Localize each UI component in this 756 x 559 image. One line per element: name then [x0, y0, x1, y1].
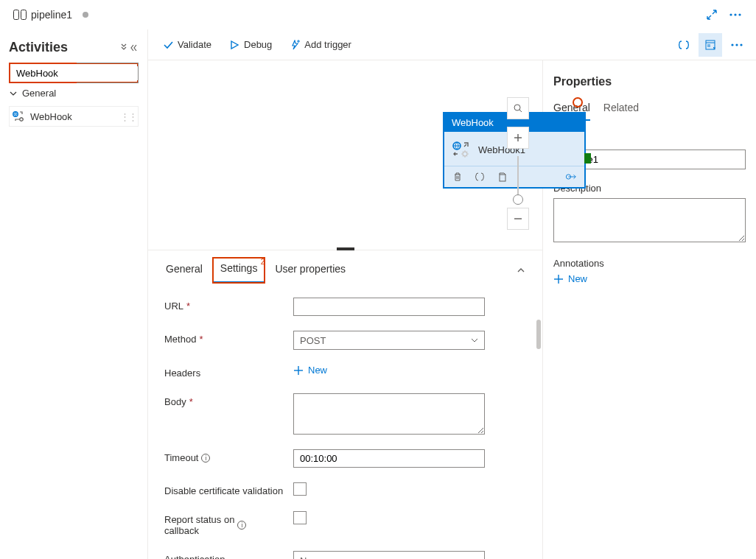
more-actions-icon[interactable] — [724, 9, 747, 21]
svg-point-19 — [463, 152, 467, 156]
timeout-label: Timeout i — [164, 449, 293, 463]
info-icon[interactable]: i — [237, 521, 246, 530]
chevron-down-icon — [9, 89, 18, 98]
method-value: POST — [300, 335, 326, 346]
svg-point-15 — [731, 43, 733, 46]
tab-settings[interactable]: Settings 2 — [213, 258, 265, 283]
panel-collapse-icon[interactable] — [510, 262, 532, 278]
pipeline-toolbar: Validate Debug Add trigger — [148, 29, 756, 60]
collapse-panel-icon[interactable] — [130, 43, 139, 52]
debug-label: Debug — [244, 39, 272, 50]
delete-node-icon[interactable] — [452, 171, 463, 183]
url-label: URL * — [164, 298, 293, 312]
report-status-checkbox[interactable] — [293, 511, 307, 524]
method-select[interactable]: POST — [293, 331, 485, 350]
authentication-value: None — [300, 555, 323, 560]
activities-heading-label: Activities — [9, 40, 68, 55]
authentication-label: Authentication — [164, 551, 293, 559]
headers-label: Headers — [164, 365, 293, 379]
properties-toggle-button[interactable] — [699, 33, 722, 57]
svg-point-2 — [729, 13, 732, 15]
add-header-button[interactable]: New — [293, 365, 327, 376]
authentication-select[interactable]: None — [293, 551, 485, 559]
body-input[interactable] — [293, 393, 485, 435]
pipeline-icon — [13, 10, 27, 20]
svg-point-8 — [20, 118, 23, 121]
more-toolbar-icon[interactable] — [725, 33, 749, 57]
activity-item-label: WebHook — [30, 111, 72, 122]
zoom-in-button[interactable] — [507, 127, 529, 149]
chevron-down-icon — [471, 337, 478, 344]
prop-annotations-label: Annotations — [553, 258, 746, 269]
activities-heading: Activities — [9, 40, 139, 55]
svg-rect-1 — [21, 10, 27, 20]
add-annotation-button[interactable]: New — [553, 273, 746, 284]
activities-category-general[interactable]: General — [9, 83, 139, 103]
add-annotation-label: New — [568, 273, 587, 284]
collapse-all-icon[interactable] — [119, 43, 128, 52]
activity-settings-panel: General Settings 2 User properties — [148, 250, 542, 559]
debug-button[interactable]: Debug — [222, 36, 279, 53]
expand-icon[interactable] — [700, 4, 724, 25]
disable-cert-checkbox[interactable] — [293, 482, 307, 496]
add-trigger-button[interactable]: Add trigger — [282, 36, 359, 53]
category-label: General — [22, 88, 56, 99]
validate-label: Validate — [178, 39, 211, 50]
svg-rect-0 — [14, 10, 19, 20]
body-label: Body * — [164, 393, 293, 407]
zoom-out-button[interactable] — [507, 208, 529, 230]
svg-point-16 — [735, 43, 738, 46]
panel-resize-handle[interactable] — [337, 247, 354, 250]
success-port[interactable] — [584, 153, 591, 164]
tab-user-properties[interactable]: User properties — [267, 259, 353, 282]
svg-line-24 — [519, 110, 522, 112]
webhook-node-icon — [452, 141, 471, 158]
activity-item-webhook[interactable]: WebHook ⋮⋮ — [9, 106, 139, 127]
add-trigger-label: Add trigger — [304, 39, 351, 50]
svg-point-23 — [514, 105, 520, 110]
webhook-activity-icon — [11, 110, 24, 123]
json-view-button[interactable] — [672, 33, 696, 57]
node-json-icon[interactable] — [474, 171, 486, 183]
prop-desc-input[interactable] — [553, 198, 746, 242]
add-header-label: New — [308, 365, 327, 376]
drag-grip-icon: ⋮⋮ — [120, 111, 136, 122]
pipeline-tab[interactable]: pipeline1 — [9, 9, 93, 21]
svg-rect-20 — [500, 175, 505, 181]
zoom-slider[interactable] — [517, 156, 519, 200]
activity-tabs: General Settings 2 User properties — [148, 250, 542, 283]
zoom-slider-thumb[interactable] — [513, 194, 523, 205]
report-status-label: Report status oncallback i — [164, 511, 293, 536]
validation-error-icon — [573, 97, 583, 108]
zoom-fit-button[interactable] — [507, 97, 529, 119]
tab-general[interactable]: General — [158, 259, 210, 282]
properties-tab-related[interactable]: Related — [603, 99, 639, 121]
validate-button[interactable]: Validate — [155, 36, 219, 53]
activities-search-input[interactable] — [13, 66, 143, 80]
activities-panel: Activities General — [0, 29, 147, 559]
disable-cert-label: Disable certificate validation — [164, 482, 293, 496]
scrollbar[interactable] — [536, 320, 541, 349]
node-output-icon[interactable] — [565, 171, 577, 183]
unsaved-dot-icon — [83, 12, 88, 18]
activities-search[interactable] — [9, 63, 139, 83]
canvas-zoom-controls — [507, 97, 529, 237]
info-icon[interactable]: i — [201, 454, 210, 463]
svg-point-17 — [740, 43, 742, 46]
settings-error-count: 2 — [261, 258, 265, 266]
pipeline-tab-label: pipeline1 — [31, 9, 72, 21]
method-label: Method * — [164, 331, 293, 345]
clone-node-icon[interactable] — [496, 171, 508, 183]
timeout-input[interactable] — [293, 449, 485, 468]
svg-point-4 — [738, 13, 741, 15]
title-bar: pipeline1 — [0, 0, 756, 29]
url-input[interactable] — [293, 298, 485, 316]
properties-heading: Properties — [553, 75, 746, 88]
pipeline-canvas[interactable]: WebHook WebHook1 — [148, 60, 542, 250]
svg-point-3 — [734, 13, 736, 15]
